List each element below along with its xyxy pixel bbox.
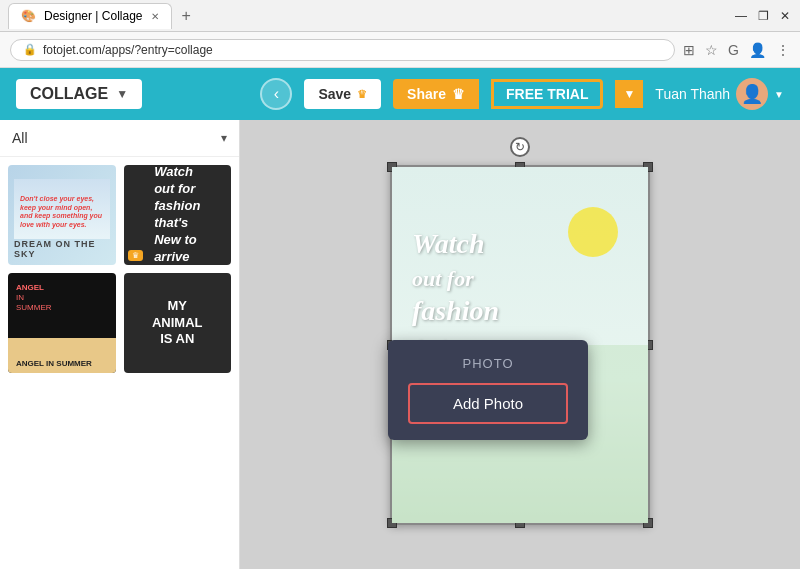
template-text: Watchout forfashionthat'sNew toarrive [154,165,200,265]
free-trial-button[interactable]: FREE TRIAL [491,79,603,109]
bookmark-icon[interactable]: ☆ [705,42,718,58]
back-button[interactable]: ‹ [260,78,292,110]
template-text: MYANIMALIS AN [152,298,203,349]
filter-dropdown-arrow: ▾ [221,131,227,145]
minimize-button[interactable]: — [734,9,748,23]
new-tab-button[interactable]: + [176,5,197,27]
collage-dropdown-arrow: ▼ [116,87,128,101]
rotate-handle[interactable]: ↻ [510,137,530,157]
browser-titlebar: 🎨 Designer | Collage ✕ + — ❐ ✕ [0,0,800,32]
browser-addressbar: 🔒 fotojet.com/apps/?entry=collage ⊞ ☆ G … [0,32,800,68]
sidebar-filter[interactable]: All ▾ [0,120,239,157]
user-dropdown-arrow: ▼ [774,89,784,100]
canvas-area: ↻ Watchout forfashionthat'sNew toarrive … [240,120,800,569]
templates-grid: Don't close your eyes, keep your mind op… [0,157,239,381]
save-label: Save [318,86,351,102]
active-tab[interactable]: 🎨 Designer | Collage ✕ [8,3,172,29]
window-controls: — ❐ ✕ [734,9,792,23]
menu-icon[interactable]: ⋮ [776,42,790,58]
save-button[interactable]: Save ♛ [304,79,381,109]
template-label: DREAM ON THE SKY [14,239,110,259]
browser-tabs: 🎨 Designer | Collage ✕ + [8,3,197,29]
share-button[interactable]: Share ♛ [393,79,479,109]
profile-icon[interactable]: G [728,42,739,58]
back-icon: ‹ [274,85,279,103]
restore-button[interactable]: ❐ [756,9,770,23]
tab-close-btn[interactable]: ✕ [151,11,159,22]
extension-icon[interactable]: 👤 [749,42,766,58]
translate-icon[interactable]: ⊞ [683,42,695,58]
collage-label: COLLAGE [30,85,108,103]
lock-icon: 🔒 [23,43,37,56]
share-label: Share [407,86,446,102]
app-header: COLLAGE ▼ ‹ Save ♛ Share ♛ FREE TRIAL ▼ … [0,68,800,120]
address-bar[interactable]: 🔒 fotojet.com/apps/?entry=collage [10,39,675,61]
list-item[interactable]: Don't close your eyes, keep your mind op… [8,165,116,265]
user-section[interactable]: Tuan Thanh 👤 ▼ [655,78,784,110]
address-text: fotojet.com/apps/?entry=collage [43,43,213,57]
crown-badge: ♛ [128,250,143,261]
context-popup: PHOTO Add Photo [388,340,588,440]
free-trial-label: FREE TRIAL [506,86,588,102]
trial-dropdown-arrow[interactable]: ▼ [615,80,643,108]
username-label: Tuan Thanh [655,86,730,102]
list-item[interactable]: Watchout forfashionthat'sNew toarrive ♛ [124,165,232,265]
main-content: All ▾ Don't close your eyes, keep your m… [0,120,800,569]
collage-mode-button[interactable]: COLLAGE ▼ [16,79,142,109]
avatar: 👤 [736,78,768,110]
tab-title: Designer | Collage [44,9,143,23]
save-crown-icon: ♛ [357,88,367,101]
popup-title: PHOTO [408,356,568,371]
close-button[interactable]: ✕ [778,9,792,23]
list-item[interactable]: MYANIMALIS AN [124,273,232,373]
add-photo-button[interactable]: Add Photo [408,383,568,424]
filter-label: All [12,130,28,146]
share-crown-icon: ♛ [452,86,465,102]
canvas-sun [568,207,618,257]
list-item[interactable]: ANGEL IN SUMMER ANGEL IN SUMMER [8,273,116,373]
sidebar: All ▾ Don't close your eyes, keep your m… [0,120,240,569]
browser-toolbar-icons: ⊞ ☆ G 👤 ⋮ [683,42,790,58]
tab-favicon: 🎨 [21,9,36,23]
